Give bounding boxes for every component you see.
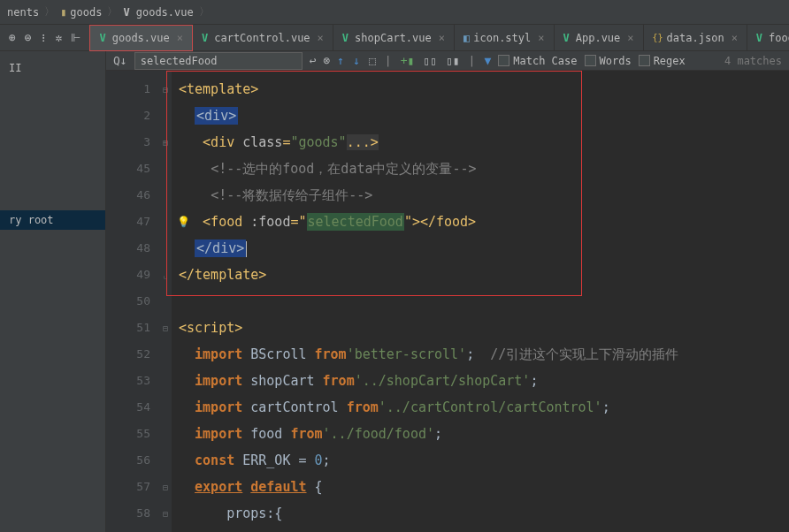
left-toolbar: ⊕ ⊜ ⫶ ✲ ⊩ [0, 31, 89, 44]
settings-icon[interactable]: ✲ [56, 31, 63, 44]
vue-icon: V [756, 32, 762, 44]
vue-icon: V [99, 32, 105, 44]
line-gutter: 1234546474849505152535455565758 [106, 71, 159, 532]
folder-icon: ▮ [60, 6, 66, 19]
breadcrumb-item[interactable]: goods.vue [136, 6, 194, 19]
close-icon[interactable]: × [177, 32, 183, 44]
breadcrumb-item[interactable]: nents [7, 6, 39, 19]
next-match-icon[interactable]: ↓ [353, 54, 360, 67]
target-icon[interactable]: ⊜ [25, 31, 32, 44]
fold-icon[interactable]: ⊟ [159, 500, 172, 527]
chevron-right-icon: 〉 [199, 4, 210, 19]
clear-icon[interactable]: ⊗ [323, 54, 330, 67]
show-icon[interactable]: ⫶ [41, 31, 47, 44]
tab-food[interactable]: Vfood.vue× [747, 25, 789, 51]
close-icon[interactable]: × [627, 32, 633, 44]
tab-app[interactable]: VApp.vue× [555, 25, 644, 51]
tab-bar: ⊕ ⊜ ⫶ ✲ ⊩ Vgoods.vue× VcartControl.vue× … [0, 25, 789, 51]
prev-match-icon[interactable]: ↑ [337, 54, 344, 67]
close-icon[interactable]: × [439, 32, 445, 44]
fold-icon[interactable]: ⊟ [159, 474, 172, 500]
tab-shopcart[interactable]: VshopCart.vue× [333, 25, 455, 51]
fold-icon[interactable]: ⊟ [159, 315, 172, 341]
search-icon: Q↓ [113, 54, 127, 67]
stylus-icon: ◧ [463, 32, 470, 44]
vue-icon: V [123, 6, 129, 19]
vue-icon: V [342, 32, 349, 44]
chevron-right-icon: 〉 [44, 4, 55, 19]
tab-iconstyl[interactable]: ◧icon.styl× [455, 25, 555, 51]
filter-icon[interactable]: ▼ [484, 54, 491, 67]
history-icon[interactable]: ↩ [310, 54, 317, 67]
close-icon[interactable]: × [732, 32, 738, 44]
json-icon: {} [653, 33, 663, 42]
collapse-icon[interactable]: ⊕ [9, 31, 16, 44]
code-content[interactable]: <template> <div> <div class="goods"...> … [172, 71, 789, 532]
select-occur-icon[interactable]: ▯▮ [446, 54, 460, 67]
vue-icon: V [563, 32, 570, 44]
sidebar-item[interactable]: II [0, 58, 105, 78]
remove-selection-icon[interactable]: ▯▯ [423, 54, 437, 67]
breadcrumb: nents 〉 ▮ goods 〉 V goods.vue 〉 [0, 0, 789, 25]
close-icon[interactable]: × [538, 32, 544, 44]
code-editor[interactable]: 1234546474849505152535455565758 ⊟⊞⌞⊟⊟⊟ <… [106, 71, 789, 532]
search-input[interactable] [134, 52, 303, 70]
find-bar: Q↓ ↩ ⊗ ↑ ↓ ⬚ | +▮ ▯▯ ▯▮ | ▼ Match Case W… [106, 51, 789, 71]
fold-icon[interactable]: ⊟ [159, 76, 172, 103]
tab-goods[interactable]: Vgoods.vue× [89, 25, 193, 51]
regex-checkbox[interactable]: Regex [639, 55, 686, 67]
vue-icon: V [202, 32, 208, 44]
tab-cartcontrol[interactable]: VcartControl.vue× [193, 25, 333, 51]
sidebar-item-root[interactable]: ry root [0, 210, 105, 230]
fold-icon[interactable]: ⊞ [159, 129, 172, 156]
words-checkbox[interactable]: Words [585, 55, 632, 67]
fold-gutter: ⊟⊞⌞⊟⊟⊟ [159, 71, 172, 532]
tab-datajson[interactable]: {}data.json× [644, 25, 747, 51]
add-selection-icon[interactable]: +▮ [401, 54, 415, 67]
match-case-checkbox[interactable]: Match Case [498, 55, 577, 67]
hide-icon[interactable]: ⊩ [71, 31, 80, 44]
intention-bulb-icon[interactable]: 💡 [177, 209, 190, 235]
chevron-right-icon: 〉 [107, 4, 118, 19]
match-count: 4 matches [724, 55, 782, 67]
close-icon[interactable]: × [318, 32, 324, 44]
fold-end-icon[interactable]: ⌞ [159, 262, 172, 288]
breadcrumb-item[interactable]: goods [70, 6, 102, 19]
text-cursor [246, 241, 247, 257]
project-sidebar: II ry root [0, 51, 106, 532]
select-all-icon[interactable]: ⬚ [369, 54, 376, 67]
